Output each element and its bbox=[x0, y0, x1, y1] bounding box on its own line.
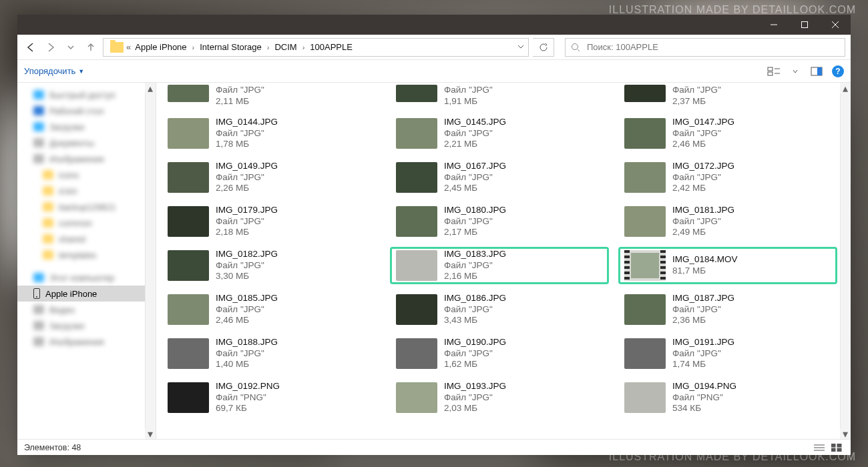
sidebar-item[interactable]: Изображения bbox=[17, 151, 156, 167]
file-item[interactable]: Файл "JPG"2,37 МБ bbox=[618, 83, 837, 108]
file-item[interactable]: IMG_0190.JPGФайл "JPG"1,62 МБ bbox=[390, 335, 609, 372]
scroll-down-icon[interactable]: ▾ bbox=[840, 428, 851, 439]
file-item[interactable]: IMG_0184.MOV81,7 МБ bbox=[618, 247, 837, 284]
file-item[interactable]: IMG_0182.JPGФайл "JPG"3,30 МБ bbox=[162, 247, 381, 284]
sidebar-item-label: templates bbox=[59, 250, 96, 260]
scroll-down-icon[interactable]: ▾ bbox=[145, 428, 156, 439]
sidebar-item-label: Загрузки bbox=[49, 122, 84, 132]
search-placeholder: Поиск: 100APPLE bbox=[587, 42, 658, 52]
file-item[interactable]: IMG_0191.JPGФайл "JPG"1,74 МБ bbox=[618, 335, 837, 372]
breadcrumb-segment[interactable]: DCIM bbox=[273, 42, 298, 52]
file-size: 69,7 КБ bbox=[216, 403, 280, 414]
sidebar-item[interactable]: shared bbox=[17, 231, 156, 247]
sidebar-item[interactable]: Рабочий стол bbox=[17, 103, 156, 119]
breadcrumb-segment[interactable]: Apple iPhone bbox=[134, 42, 188, 52]
sidebar-item-apple-iphone[interactable]: Apple iPhone bbox=[17, 286, 156, 302]
file-item[interactable]: IMG_0192.PNGФайл "PNG"69,7 КБ bbox=[162, 379, 381, 416]
file-item[interactable]: Файл "JPG"2,11 МБ bbox=[162, 83, 381, 108]
svg-line-5 bbox=[578, 49, 580, 51]
view-dropdown[interactable] bbox=[787, 64, 804, 79]
search-input[interactable]: Поиск: 100APPLE bbox=[565, 38, 845, 57]
file-type: Файл "JPG" bbox=[216, 260, 278, 272]
file-item[interactable]: IMG_0181.JPGФайл "JPG"2,49 МБ bbox=[618, 203, 837, 240]
file-item[interactable]: IMG_0194.PNGФайл "PNG"534 КБ bbox=[618, 379, 837, 416]
sidebar-item[interactable]: common bbox=[17, 215, 156, 231]
view-options-button[interactable] bbox=[765, 64, 783, 79]
details-view-button[interactable] bbox=[812, 442, 827, 453]
file-name: IMG_0181.JPG bbox=[672, 205, 734, 216]
scroll-up-icon[interactable]: ▴ bbox=[840, 83, 851, 93]
close-button[interactable] bbox=[820, 15, 851, 35]
file-name: IMG_0182.JPG bbox=[216, 249, 278, 260]
file-item[interactable]: IMG_0145.JPGФайл "JPG"2,21 МБ bbox=[390, 115, 609, 152]
file-type: Файл "JPG" bbox=[216, 85, 264, 96]
tiles-view-button[interactable] bbox=[829, 442, 844, 453]
forward-button[interactable] bbox=[43, 39, 59, 55]
file-item[interactable]: IMG_0183.JPGФайл "JPG"2,16 МБ bbox=[390, 247, 609, 284]
maximize-button[interactable] bbox=[789, 15, 820, 35]
sidebar-item-icon bbox=[33, 154, 44, 163]
sidebar-item[interactable]: icons bbox=[17, 167, 156, 183]
main-scrollbar[interactable] bbox=[840, 83, 851, 439]
file-type: Файл "JPG" bbox=[672, 172, 734, 183]
sidebar-item[interactable]: d.kin bbox=[17, 183, 156, 199]
svg-rect-1 bbox=[802, 22, 808, 28]
sidebar-item-label: d.kin bbox=[59, 186, 77, 196]
file-item[interactable]: IMG_0193.JPGФайл "JPG"2,03 МБ bbox=[390, 379, 609, 416]
image-thumbnail-icon bbox=[624, 118, 666, 149]
file-item[interactable]: IMG_0179.JPGФайл "JPG"2,18 МБ bbox=[162, 203, 381, 240]
chevron-right-icon: › bbox=[298, 43, 309, 51]
file-item[interactable]: IMG_0167.JPGФайл "JPG"2,45 МБ bbox=[390, 159, 609, 196]
image-thumbnail-icon bbox=[396, 382, 437, 413]
sidebar-item[interactable]: Загрузки bbox=[17, 119, 156, 135]
file-item[interactable]: IMG_0144.JPGФайл "JPG"1,78 МБ bbox=[162, 115, 381, 152]
file-item[interactable]: IMG_0187.JPGФайл "JPG"2,36 МБ bbox=[618, 291, 837, 328]
file-type: Файл "JPG" bbox=[444, 348, 506, 360]
image-thumbnail-icon bbox=[396, 294, 437, 325]
file-item[interactable]: IMG_0149.JPGФайл "JPG"2,26 МБ bbox=[162, 159, 381, 196]
sidebar-item[interactable]: backup120621 bbox=[17, 199, 156, 215]
preview-pane-button[interactable] bbox=[808, 64, 825, 79]
sidebar-item[interactable]: Документы bbox=[17, 135, 156, 151]
help-button[interactable]: ? bbox=[832, 65, 844, 77]
address-bar[interactable]: « Apple iPhone › Internal Storage › DCIM… bbox=[103, 38, 529, 57]
sidebar-item-icon bbox=[43, 218, 53, 227]
sidebar-item[interactable]: Изображения bbox=[17, 334, 156, 350]
refresh-button[interactable] bbox=[533, 38, 554, 57]
file-name: IMG_0187.JPG bbox=[672, 293, 734, 304]
address-dropdown[interactable] bbox=[511, 42, 524, 52]
file-size: 2,03 МБ bbox=[444, 403, 506, 414]
scroll-up-icon[interactable]: ▴ bbox=[145, 83, 156, 93]
file-item[interactable]: IMG_0180.JPGФайл "JPG"2,17 МБ bbox=[390, 203, 609, 240]
explorer-window: « Apple iPhone › Internal Storage › DCIM… bbox=[17, 15, 851, 455]
file-type: Файл "JPG" bbox=[672, 85, 721, 96]
sidebar-item[interactable]: Быстрый доступ bbox=[17, 87, 156, 103]
svg-rect-7 bbox=[768, 72, 773, 75]
file-type: Файл "JPG" bbox=[216, 128, 278, 139]
sidebar-item[interactable]: Загрузки bbox=[17, 318, 156, 334]
file-name: IMG_0194.PNG bbox=[672, 381, 736, 392]
recent-dropdown[interactable] bbox=[63, 39, 79, 55]
back-button[interactable] bbox=[23, 39, 39, 55]
file-item[interactable]: Файл "JPG"1,91 МБ bbox=[390, 83, 609, 108]
up-button[interactable] bbox=[83, 39, 99, 55]
file-item[interactable]: IMG_0186.JPGФайл "JPG"3,43 МБ bbox=[390, 291, 609, 328]
file-item[interactable]: IMG_0185.JPGФайл "JPG"2,46 МБ bbox=[162, 291, 381, 328]
sidebar-scrollbar[interactable] bbox=[145, 83, 156, 439]
breadcrumb-segment[interactable]: Internal Storage bbox=[198, 42, 263, 52]
file-item[interactable]: IMG_0172.JPGФайл "JPG"2,42 МБ bbox=[618, 159, 837, 196]
sidebar-item[interactable]: Видео bbox=[17, 302, 156, 318]
file-type: Файл "JPG" bbox=[216, 348, 278, 360]
file-item[interactable]: IMG_0147.JPGФайл "JPG"2,46 МБ bbox=[618, 115, 837, 152]
titlebar[interactable] bbox=[17, 15, 851, 35]
file-size: 2,37 МБ bbox=[672, 96, 721, 107]
breadcrumb-segment[interactable]: 100APPLE bbox=[308, 42, 354, 52]
sidebar-item[interactable]: Этот компьютер bbox=[17, 270, 156, 286]
file-item[interactable]: IMG_0188.JPGФайл "JPG"1,40 МБ bbox=[162, 335, 381, 372]
image-thumbnail-icon bbox=[168, 294, 209, 325]
minimize-button[interactable] bbox=[758, 15, 789, 35]
sidebar-item[interactable]: templates bbox=[17, 247, 156, 263]
organize-menu[interactable]: Упорядочить ▼ bbox=[24, 66, 84, 76]
image-thumbnail-icon bbox=[396, 162, 437, 193]
sidebar-item-icon bbox=[43, 250, 53, 260]
